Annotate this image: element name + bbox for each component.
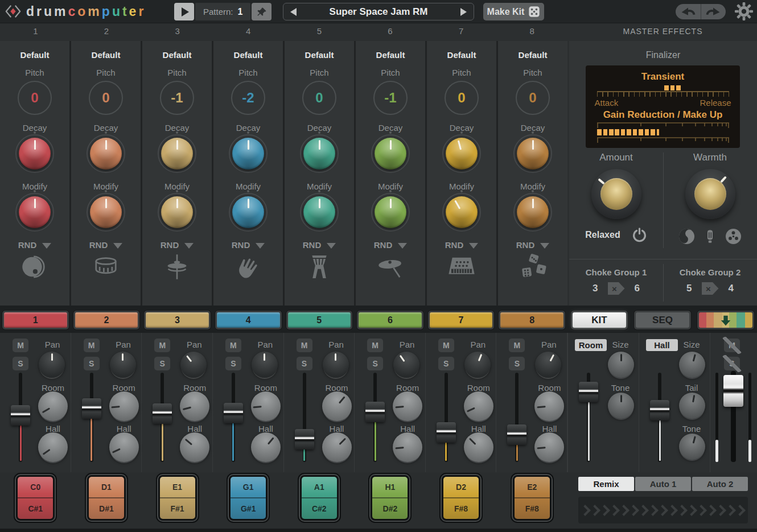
hall-send-knob[interactable]: [393, 432, 422, 462]
modify-knob[interactable]: [86, 192, 126, 232]
modify-knob[interactable]: [299, 192, 339, 232]
tube-mode-icon[interactable]: [702, 229, 718, 244]
pan-knob[interactable]: [323, 352, 349, 378]
dice-icon[interactable]: [498, 253, 567, 282]
modify-knob[interactable]: [442, 192, 482, 232]
fader-handle[interactable]: [295, 429, 314, 449]
pan-knob[interactable]: [110, 352, 136, 378]
hihat-icon[interactable]: [142, 253, 212, 282]
hall-tone-knob[interactable]: [679, 434, 705, 460]
fader-handle[interactable]: [224, 403, 243, 423]
room-size-knob[interactable]: [608, 352, 634, 378]
rnd-dropdown[interactable]: RND: [427, 240, 496, 250]
volume-fader[interactable]: [373, 373, 377, 462]
mute-button[interactable]: M: [297, 339, 312, 352]
room-send-knob[interactable]: [393, 391, 422, 421]
saturation-mode-icon[interactable]: [678, 228, 695, 245]
snare-drum-icon[interactable]: [71, 253, 141, 282]
djembe-icon[interactable]: [285, 253, 354, 282]
channel-preset-name[interactable]: Default: [0, 41, 69, 60]
modify-knob[interactable]: [15, 192, 55, 232]
amount-knob[interactable]: [591, 169, 641, 219]
solo-button[interactable]: S: [13, 357, 28, 370]
room-reverb-title[interactable]: Room: [575, 339, 607, 351]
master-fader[interactable]: [731, 371, 736, 462]
master-mute-button[interactable]: M: [724, 339, 740, 352]
decay-knob[interactable]: [86, 134, 126, 174]
mute-button[interactable]: M: [367, 339, 383, 352]
fader-handle[interactable]: [723, 375, 743, 407]
drum-pad[interactable]: C0 C#1: [18, 477, 53, 519]
cymbal-icon[interactable]: [356, 253, 425, 282]
drum-pad[interactable]: D2 F#8: [443, 477, 479, 519]
pan-knob[interactable]: [180, 352, 207, 378]
decay-knob[interactable]: [513, 134, 553, 174]
pitch-control[interactable]: 0: [89, 81, 123, 115]
drum-pad[interactable]: D1 D#1: [89, 477, 124, 519]
kick-drum-icon[interactable]: [0, 253, 69, 282]
pitch-control[interactable]: -1: [373, 81, 408, 115]
room-send-knob[interactable]: [534, 391, 564, 421]
channel-select-button[interactable]: 2: [73, 311, 140, 329]
channel-preset-name[interactable]: Default: [498, 41, 567, 60]
fader-handle[interactable]: [153, 403, 172, 424]
hall-send-knob[interactable]: [251, 432, 281, 462]
mute-button[interactable]: M: [509, 339, 525, 352]
modify-knob[interactable]: [228, 192, 268, 232]
channel-select-button[interactable]: 6: [357, 311, 423, 329]
channel-select-button[interactable]: 3: [144, 311, 211, 329]
solo-button[interactable]: S: [367, 357, 383, 370]
tab-seq[interactable]: SEQ: [634, 311, 691, 329]
decay-knob[interactable]: [157, 134, 197, 174]
fader-handle[interactable]: [82, 398, 101, 419]
synth-icon[interactable]: [427, 253, 496, 282]
channel-select-button[interactable]: 7: [428, 311, 495, 329]
channel-preset-name[interactable]: Default: [213, 41, 283, 60]
power-icon[interactable]: [632, 227, 647, 242]
pan-knob[interactable]: [252, 352, 278, 378]
undo-button[interactable]: [676, 4, 701, 19]
decay-knob[interactable]: [299, 134, 339, 174]
hall-tail-knob[interactable]: [679, 393, 705, 419]
solo-button[interactable]: S: [509, 357, 525, 370]
drum-pad[interactable]: A1 C#2: [302, 477, 337, 519]
channel-select-button[interactable]: 4: [215, 311, 282, 329]
hall-send-knob[interactable]: [464, 432, 493, 462]
room-send-knob[interactable]: [322, 391, 352, 421]
fader-handle[interactable]: [507, 424, 526, 445]
tape-mode-icon[interactable]: [725, 228, 742, 245]
room-send-knob[interactable]: [464, 391, 493, 421]
rnd-dropdown[interactable]: RND: [356, 240, 425, 250]
room-return-fader[interactable]: [587, 373, 590, 462]
pan-knob[interactable]: [535, 352, 561, 378]
preset-next-icon[interactable]: [460, 8, 467, 16]
fader-handle[interactable]: [650, 400, 669, 420]
fader-handle[interactable]: [437, 422, 456, 443]
choke-2-channel-a[interactable]: 5: [686, 283, 692, 294]
modify-knob[interactable]: [513, 192, 553, 232]
solo-button[interactable]: S: [225, 357, 241, 370]
volume-fader[interactable]: [161, 373, 164, 462]
channel-select-button[interactable]: 5: [286, 311, 353, 329]
hall-return-fader[interactable]: [658, 373, 661, 462]
drum-pad[interactable]: G1 G#1: [231, 477, 266, 519]
solo-button[interactable]: S: [297, 357, 312, 370]
choke-2-channel-b[interactable]: 4: [729, 283, 734, 294]
play-button[interactable]: [174, 3, 194, 20]
channel-preset-name[interactable]: Default: [71, 41, 141, 60]
solo-button[interactable]: S: [438, 357, 454, 370]
room-send-knob[interactable]: [38, 391, 68, 421]
pitch-control[interactable]: -1: [160, 81, 194, 115]
drum-pad[interactable]: E1 F#1: [160, 477, 195, 519]
room-tone-knob[interactable]: [608, 393, 634, 419]
rnd-dropdown[interactable]: RND: [142, 240, 212, 250]
solo-button[interactable]: S: [154, 357, 170, 370]
room-send-knob[interactable]: [180, 391, 209, 421]
drum-pad[interactable]: E2 F#8: [515, 477, 550, 519]
mute-button[interactable]: M: [13, 339, 28, 352]
clap-icon[interactable]: [213, 253, 283, 282]
rnd-dropdown[interactable]: RND: [213, 240, 283, 250]
solo-button[interactable]: S: [84, 357, 100, 370]
channel-select-button[interactable]: 8: [499, 311, 565, 329]
decay-knob[interactable]: [228, 134, 268, 174]
